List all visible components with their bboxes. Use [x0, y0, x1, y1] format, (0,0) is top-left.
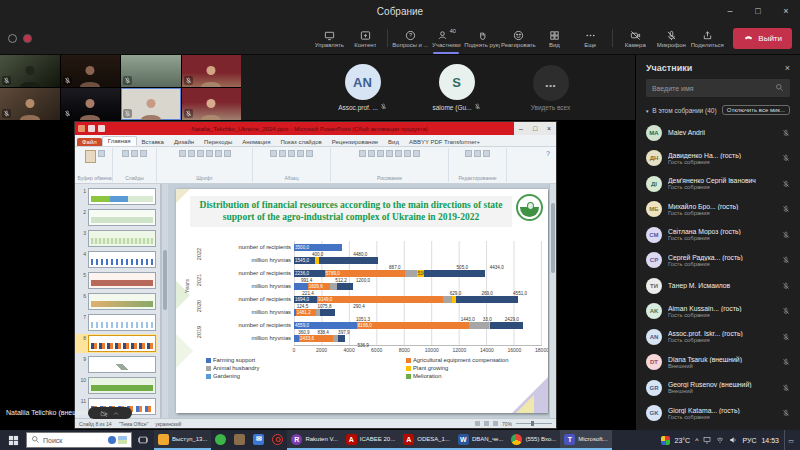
ribbon-tab-5[interactable]: Переходы	[199, 138, 237, 146]
ribbon-controls[interactable]	[179, 150, 231, 157]
slide-thumbnail-7[interactable]: 7	[75, 313, 158, 332]
ribbon-controls[interactable]	[270, 150, 313, 157]
participant-row[interactable]: ANAssoc.prof. Iskr... (гость)Гость собра…	[642, 324, 794, 350]
slide-thumbnail-5[interactable]: 5	[75, 271, 158, 290]
slide-thumbnail-3[interactable]: 3	[75, 229, 158, 248]
maximize-button[interactable]: □	[744, 0, 772, 22]
ribbon-controls[interactable]	[465, 150, 490, 157]
section-label[interactable]: ▾ В этом собрании (40)	[646, 107, 717, 114]
acrobat-app[interactable]: AICABEE 20...	[342, 430, 399, 450]
slide-thumbnail-1[interactable]: 1	[75, 187, 158, 206]
microphone-button[interactable]: Микрофон	[653, 23, 689, 54]
ribbon-tab-1[interactable]: Файл	[77, 138, 102, 146]
video-tile-7[interactable]	[121, 88, 181, 120]
gpu-tray-icon[interactable]	[661, 436, 670, 445]
thumbnail-scrollbar[interactable]	[161, 184, 168, 418]
video-tile-3[interactable]	[121, 55, 181, 87]
word-app[interactable]: WDBAN_че...	[454, 430, 507, 450]
camera-button[interactable]: Камера	[617, 23, 653, 54]
slide-thumbnail-4[interactable]: 4	[75, 250, 158, 269]
ribbon-tab-8[interactable]: Рецензирование	[327, 138, 383, 146]
ribbon-controls[interactable]	[359, 150, 420, 157]
language-indicator[interactable]: украинский	[155, 421, 181, 427]
green-app[interactable]	[211, 430, 230, 450]
participant-row[interactable]: СМСвітлана Мороз (гость)Гость собрания	[642, 222, 794, 248]
folder-app[interactable]: Выступ_13...	[154, 430, 211, 450]
notification-center-icon[interactable]: ▭	[784, 430, 797, 450]
display-icon[interactable]	[703, 436, 711, 444]
slide-thumbnail-9[interactable]: 9	[75, 355, 158, 374]
raise-hand-button[interactable]: Поднять руку	[464, 23, 500, 54]
share-button[interactable]: Поделиться	[689, 23, 725, 54]
ribbon-tab-6[interactable]: Анимация	[237, 138, 275, 146]
leave-button[interactable]: Выйти	[733, 28, 792, 49]
canvas-scrollbar[interactable]	[549, 184, 556, 418]
participant-row[interactable]: DTDiana Tsaruk (внешний)Внешний	[642, 350, 794, 376]
ppt-minimize-button[interactable]: –	[514, 125, 528, 132]
tray-expand-chevron[interactable]: ^	[695, 437, 698, 444]
participant-row[interactable]: ДНДавиденко На... (гость)Гость собрания	[642, 146, 794, 172]
chrome-app[interactable]: (555) Вхо...	[507, 430, 560, 450]
video-tile-1[interactable]	[0, 55, 60, 87]
ribbon-tab-7[interactable]: Показ слайдов	[275, 138, 326, 146]
participant-row[interactable]: AKAiman Kussain... (гость)Гость собрания	[642, 299, 794, 325]
mail-app[interactable]: ✉	[249, 430, 268, 450]
network-icon[interactable]	[716, 436, 724, 444]
view-button[interactable]: Вид	[536, 23, 572, 54]
participant-row[interactable]: СРСергей Радука... (гость)Гость собрания	[642, 248, 794, 274]
ribbon-tab-2[interactable]: Главная	[102, 136, 137, 146]
ribbon-tab-10[interactable]: ABBYY PDF Transformer+	[404, 138, 485, 146]
normal-view-icon[interactable]	[475, 421, 480, 426]
search-input[interactable]: Введите имя	[646, 79, 790, 97]
help-icon[interactable]: ?	[542, 148, 554, 182]
ribbon-tab-3[interactable]: Вставка	[137, 138, 169, 146]
participant-row[interactable]: GRGeorgi Rusenov (внешний)Внешний	[642, 375, 794, 401]
temperature[interactable]: 23°C	[675, 437, 691, 444]
speaker-icon[interactable]	[729, 436, 737, 444]
video-tile-2[interactable]	[61, 55, 121, 87]
acrobat2-app[interactable]: AODESA_1...	[399, 430, 454, 450]
participant-row[interactable]: MAMaiev Andrii	[642, 120, 794, 146]
clock[interactable]: 14:53	[761, 437, 779, 444]
video-tile-5[interactable]	[0, 88, 60, 120]
opera-app[interactable]: O	[268, 430, 287, 450]
close-button[interactable]: ×	[772, 0, 800, 22]
more-button[interactable]: Еще	[572, 23, 608, 54]
taskbar-search-input[interactable]: Поиск	[26, 432, 132, 448]
ribbon-tab-9[interactable]: Вид	[383, 138, 404, 146]
ribbon-tab-4[interactable]: Дизайн	[169, 138, 199, 146]
ribbon-controls[interactable]	[122, 150, 147, 157]
task-view-button[interactable]	[134, 430, 152, 450]
content-button[interactable]: Контент	[347, 23, 383, 54]
language-switcher[interactable]: РУС	[742, 437, 756, 444]
save-icon[interactable]	[88, 125, 95, 132]
undo-icon[interactable]	[98, 125, 105, 132]
minimize-button[interactable]: –	[716, 0, 744, 22]
slide-thumbnail-8[interactable]: 8	[75, 334, 158, 353]
slide-thumbnail-10[interactable]: 10	[75, 376, 158, 395]
participant-row[interactable]: МБМихайло Бро... (гость)Гость собрания	[642, 197, 794, 223]
slide-thumbnail-6[interactable]: 6	[75, 292, 158, 311]
mute-all-button[interactable]: Отключить все мик...	[722, 105, 790, 115]
see-all-button[interactable]: ...Увидеть всех	[512, 65, 590, 111]
powerpoint-window[interactable]: Natalia_Telichko_Ukraine_2024.pptx - Mic…	[75, 122, 556, 428]
sorter-view-icon[interactable]	[484, 421, 489, 426]
presenter-video-pill[interactable]	[88, 407, 132, 419]
ribbon-controls[interactable]	[85, 150, 105, 163]
participants-button[interactable]: 40Участники	[428, 23, 464, 54]
panel-close-icon[interactable]: ×	[785, 63, 790, 73]
ppt-close-button[interactable]: ×	[542, 125, 556, 132]
participant-row[interactable]: ТИТанер М. Исмаилов	[642, 273, 794, 299]
viber-app[interactable]: RRakuten V...	[287, 430, 341, 450]
avatar-tile-an[interactable]: ANAssoc.prof. ...	[324, 64, 402, 111]
brown-app[interactable]	[230, 430, 249, 450]
teams-app[interactable]: TMicrosoft...	[560, 430, 611, 450]
slideshow-view-icon[interactable]	[493, 421, 498, 426]
participant-row[interactable]: ДІДем'яненко Сергій ІвановичГость собран…	[642, 171, 794, 197]
start-button[interactable]	[2, 430, 24, 450]
video-tile-8[interactable]	[182, 88, 242, 120]
zoom-slider[interactable]	[516, 423, 552, 424]
react-button[interactable]: Реагировать	[500, 23, 536, 54]
avatar-tile-s[interactable]: Ssalome (Gu...	[418, 64, 496, 111]
questions-button[interactable]: ?Вопросы и ...	[392, 23, 428, 54]
